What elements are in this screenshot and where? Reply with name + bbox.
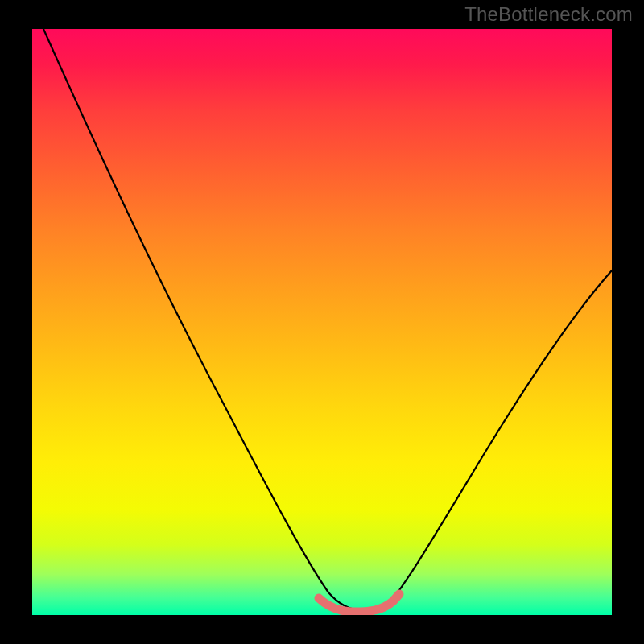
watermark-text: TheBottleneck.com xyxy=(464,3,633,26)
curve-layer xyxy=(32,29,612,615)
bottleneck-curve xyxy=(43,29,612,610)
plot-area xyxy=(32,29,612,615)
highlight-band xyxy=(319,594,399,612)
chart-container: TheBottleneck.com xyxy=(0,0,644,644)
